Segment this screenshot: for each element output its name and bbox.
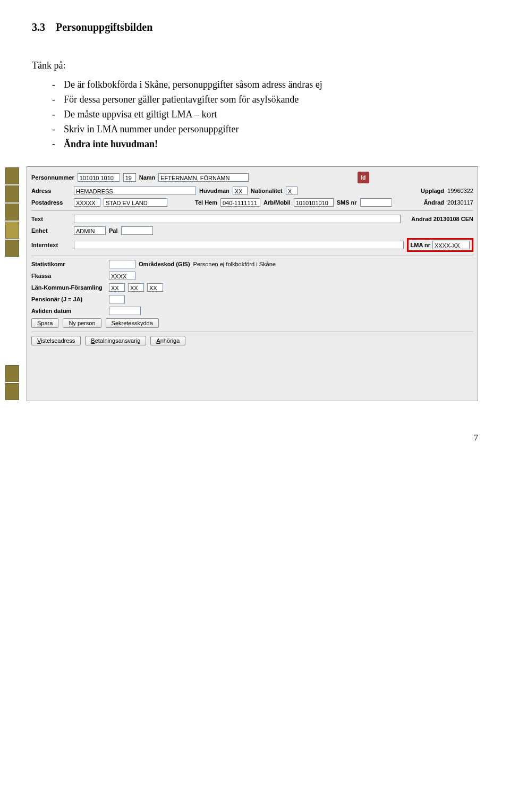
label-enhet: Enhet (31, 227, 71, 234)
label-upplagd: Upplagd (421, 188, 444, 194)
field-postnr[interactable]: XXXXX (74, 198, 100, 207)
ny-person-button[interactable]: Ny person (63, 318, 101, 328)
label-personnummer: Personnummer (31, 174, 74, 181)
field-text[interactable] (74, 215, 401, 223)
field-avliden[interactable] (109, 307, 141, 315)
label-interntext: Interntext (31, 242, 71, 248)
id-badge-icon[interactable]: Id (358, 172, 369, 183)
bullet-item: För dessa personer gäller patientavgifte… (64, 92, 478, 107)
field-nationalitet[interactable]: X (286, 187, 298, 195)
field-enhet[interactable]: ADMIN (74, 226, 106, 235)
section-number: 3.3 (32, 21, 53, 33)
label-fkassa: Fkassa (31, 273, 106, 279)
label-smsnr: SMS nr (337, 199, 357, 206)
anhoriga-button[interactable]: Anhöriga (150, 336, 185, 345)
value-text-andrad: Ändrad 20130108 CEN (411, 216, 473, 222)
label-huvudman: Huvudman (199, 188, 230, 194)
field-lkf1[interactable]: XX (109, 283, 125, 292)
value-andrad: 20130117 (447, 199, 473, 206)
sekretesskydda-button[interactable]: Sekretesskydda (106, 318, 159, 328)
field-pensionar[interactable] (109, 295, 125, 303)
spara-button[interactable]: Spara (31, 318, 58, 328)
side-tab[interactable] (5, 185, 19, 202)
field-pal[interactable] (121, 226, 153, 235)
label-adress: Adress (31, 188, 71, 194)
field-namn[interactable]: EFTERNAMN, FÖRNAMN (158, 173, 249, 182)
bullet-item: De är folkbokförda i Skåne, personuppgif… (64, 78, 478, 92)
label-statistikomr: Statistikomr (31, 261, 106, 267)
field-interntext[interactable] (74, 241, 404, 249)
label-lkf: Län-Kommun-Församling (31, 284, 106, 291)
label-nationalitet: Nationalitet (251, 188, 283, 194)
section-title: Personuppgiftsbilden (56, 21, 152, 33)
bullet-item: Skriv in LMA nummer under personuppgifte… (64, 122, 478, 137)
field-smsnr[interactable] (360, 198, 392, 207)
label-omradeskod: Områdeskod (GIS) (139, 261, 190, 267)
label-namn: Namn (139, 174, 156, 181)
side-tab[interactable] (5, 167, 19, 184)
think-label: Tänk på: (32, 60, 478, 71)
label-postadress: Postadress (31, 199, 71, 206)
side-tab[interactable] (5, 204, 19, 221)
label-pal: Pal (109, 227, 118, 234)
field-telhem[interactable]: 040-1111111 (220, 198, 260, 207)
field-lmanr[interactable]: XXXX-XX (432, 241, 470, 249)
field-lkf2[interactable]: XX (128, 283, 144, 292)
field-fkassa[interactable]: XXXX (109, 272, 135, 280)
label-lmanr: LMA nr (411, 242, 430, 248)
page-number: 7 (0, 412, 510, 453)
vistelseadress-button[interactable]: Vistelseadress (31, 336, 81, 345)
field-adress[interactable]: HEMADRESS (74, 187, 196, 195)
betalningsansvarig-button[interactable]: Betalningsansvarig (85, 336, 146, 345)
side-tab[interactable] (5, 240, 19, 257)
value-omradeskod-note: Personen ej folkbokförd i Skåne (193, 261, 276, 267)
label-telhem: Tel Hem (195, 199, 217, 206)
bullet-item: De måste uppvisa ett giltigt LMA – kort (64, 107, 478, 122)
left-tab-strip (5, 166, 27, 401)
field-sekel[interactable]: 19 (123, 173, 136, 182)
bullet-list: De är folkbokförda i Skåne, personuppgif… (32, 78, 478, 151)
field-arbmobil[interactable]: 1010101010 (294, 198, 334, 207)
section-heading: 3.3 Personuppgiftsbilden (32, 21, 478, 33)
lma-highlight: LMA nr XXXX-XX (407, 238, 473, 252)
value-upplagd: 19960322 (447, 188, 473, 194)
field-statistikomr[interactable] (109, 260, 135, 268)
field-postort[interactable]: STAD EV LAND (104, 198, 167, 207)
label-andrad: Ändrad (424, 199, 445, 206)
side-tab[interactable] (5, 365, 19, 382)
field-huvudman[interactable]: XX (233, 187, 248, 195)
label-arbmobil: Arb/Mobil (264, 199, 291, 206)
label-text: Text (31, 216, 71, 222)
label-pensionar: Pensionär (J = JA) (31, 296, 106, 302)
side-tab[interactable] (5, 222, 19, 239)
field-lkf3[interactable]: XX (147, 283, 163, 292)
form-screenshot: Personnummer 101010 1010 19 Namn EFTERNA… (5, 166, 478, 401)
field-personnummer[interactable]: 101010 1010 (78, 173, 120, 182)
side-tab[interactable] (5, 383, 19, 400)
bullet-item: Ändra inte huvudman! (64, 137, 478, 152)
label-avliden: Avliden datum (31, 308, 106, 314)
